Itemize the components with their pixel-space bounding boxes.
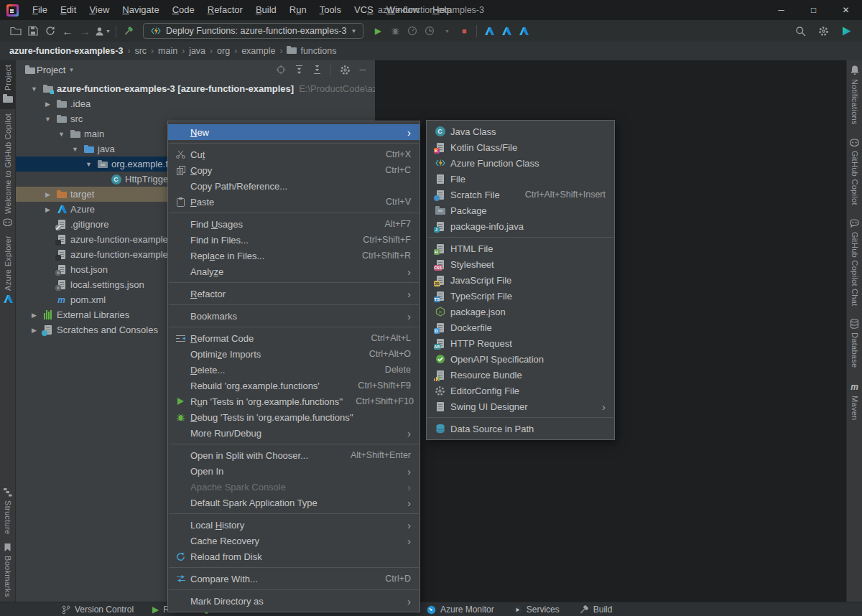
menu-item-html-file[interactable]: HHTML File xyxy=(427,241,614,256)
toolstrip-item-structure[interactable]: Structure xyxy=(0,483,16,538)
menu-item-local-history[interactable]: Local History› xyxy=(168,517,420,533)
toolstrip-item-azure-explorer[interactable]: Azure Explorer xyxy=(0,231,16,308)
save-icon[interactable] xyxy=(24,22,42,39)
menu-item-typescript-file[interactable]: TSTypeScript File xyxy=(427,288,614,304)
tree-row-idea[interactable]: ▶.idea xyxy=(16,96,375,111)
statusbar-item-build[interactable]: Build xyxy=(578,605,613,615)
menu-item-compare-with[interactable]: Compare With...Ctrl+D xyxy=(168,571,420,587)
build-hammer-icon[interactable] xyxy=(120,22,137,39)
stop-icon[interactable]: ■ xyxy=(455,22,473,39)
maximize-icon[interactable]: □ xyxy=(797,0,830,20)
back-icon[interactable]: ← xyxy=(59,22,76,39)
menubar-item-tools[interactable]: Tools xyxy=(313,0,348,20)
azure-edit-icon[interactable] xyxy=(515,22,532,39)
coverage-dim-icon[interactable] xyxy=(421,22,438,39)
menu-item-java-class[interactable]: CJava Class xyxy=(427,123,614,139)
chevron-collapsed-icon[interactable]: ▶ xyxy=(41,206,55,213)
menu-item-find-usages[interactable]: Find UsagesAlt+F7 xyxy=(168,216,420,232)
menu-item-find-in-files[interactable]: Find in Files...Ctrl+Shift+F xyxy=(168,232,420,248)
menubar-item-refactor[interactable]: Refactor xyxy=(201,0,249,20)
menubar-item-file[interactable]: File xyxy=(26,0,54,20)
menu-item-stylesheet[interactable]: CSSStylesheet xyxy=(427,256,614,272)
menu-item-bookmarks[interactable]: Bookmarks› xyxy=(168,308,420,324)
toolstrip-item-github-copilot[interactable]: GitHub Copilot xyxy=(847,134,862,210)
menu-item-package[interactable]: Package xyxy=(427,202,614,218)
collapse-all-icon[interactable] xyxy=(309,62,325,78)
debug-bug-dim-icon[interactable] xyxy=(386,22,404,39)
menu-item-paste[interactable]: PasteCtrl+V xyxy=(168,194,420,210)
azure-deploy-icon[interactable] xyxy=(481,22,498,39)
menu-item-javascript-file[interactable]: JSJavaScript File xyxy=(427,272,614,288)
user-dropdown-icon[interactable]: ▼ xyxy=(93,22,112,39)
menu-item-cache-recovery[interactable]: Cache Recovery› xyxy=(168,533,420,549)
chevron-collapsed-icon[interactable]: ▶ xyxy=(27,312,41,319)
menu-item-more-run-debug[interactable]: More Run/Debug› xyxy=(168,425,420,441)
chevron-expanded-icon[interactable]: ▼ xyxy=(55,131,68,138)
minimize-icon[interactable]: ─ xyxy=(765,0,797,20)
statusbar-item-version-control[interactable]: Version Control xyxy=(62,605,134,615)
menu-item-replace-in-files[interactable]: Replace in Files...Ctrl+Shift+R xyxy=(168,248,420,263)
menu-item-run-tests-in-org-example-functions[interactable]: Run 'Tests in 'org.example.functions''Ct… xyxy=(168,393,420,409)
chevron-collapsed-icon[interactable]: ▶ xyxy=(41,101,55,108)
run-configuration-combo[interactable]: Deploy Functions: azure-function-example… xyxy=(143,23,363,39)
locate-icon[interactable] xyxy=(273,62,289,78)
toolstrip-item-maven[interactable]: mMaven xyxy=(847,377,862,425)
menu-item-dockerfile[interactable]: DDockerfile xyxy=(427,319,614,335)
menu-item-kotlin-class-file[interactable]: KKotlin Class/File xyxy=(427,139,614,155)
run-play-icon[interactable]: ▶ xyxy=(369,22,386,39)
open-folder-icon[interactable] xyxy=(7,22,24,39)
toolstrip-item-database[interactable]: Database xyxy=(847,314,862,373)
menu-item-apache-spark-console[interactable]: Apache Spark Console› xyxy=(168,479,420,495)
chevron-expanded-icon[interactable]: ▼ xyxy=(41,116,55,123)
toolstrip-item-github-copilot-chat[interactable]: GitHub Copilot Chat xyxy=(847,214,862,311)
chevron-expanded-icon[interactable]: ▼ xyxy=(68,146,82,153)
menubar-item-view[interactable]: View xyxy=(83,0,116,20)
menu-item-reload-from-disk[interactable]: Reload from Disk xyxy=(168,549,420,564)
menu-item-swing-ui-designer[interactable]: Swing UI Designer› xyxy=(427,398,614,414)
menu-item-openapi-specification[interactable]: OpenAPI Specification xyxy=(427,351,614,367)
menu-item-reformat-code[interactable]: Reformat CodeCtrl+Alt+L xyxy=(168,330,420,346)
menu-item-debug-tests-in-org-example-functions[interactable]: Debug 'Tests in 'org.example.functions'' xyxy=(168,409,420,425)
toolstrip-item-bookmarks[interactable]: Bookmarks xyxy=(0,538,16,602)
menu-item-analyze[interactable]: Analyze› xyxy=(168,263,420,279)
menu-item-file[interactable]: File xyxy=(427,171,614,187)
menu-item-rebuild-org-example-functions[interactable]: Rebuild 'org.example.functions'Ctrl+Shif… xyxy=(168,378,420,393)
menubar-item-run[interactable]: Run xyxy=(283,0,313,20)
toolstrip-item-welcome-to-github-copilot[interactable]: Welcome to GitHub Copilot xyxy=(0,109,16,231)
menu-item-default-spark-application-type[interactable]: Default Spark Application Type› xyxy=(168,495,420,510)
dropdown-dim-icon[interactable]: ▼ xyxy=(438,22,455,39)
breadcrumb-item-src[interactable]: src xyxy=(134,46,147,56)
chevron-down-icon[interactable]: ▼ xyxy=(68,67,74,73)
chevron-collapsed-icon[interactable]: ▶ xyxy=(27,327,41,334)
sync-icon[interactable] xyxy=(42,22,59,39)
menubar-item-build[interactable]: Build xyxy=(249,0,283,20)
menu-item-scratch-file[interactable]: Scratch FileCtrl+Alt+Shift+Insert xyxy=(427,187,614,202)
search-icon[interactable] xyxy=(792,22,809,39)
forward-icon[interactable]: → xyxy=(76,22,93,39)
menu-item-delete[interactable]: Delete...Delete xyxy=(168,362,420,378)
menubar-item-vcs[interactable]: VCS xyxy=(348,0,380,20)
menu-item-refactor[interactable]: Refactor› xyxy=(168,286,420,302)
menu-item-open-in-split-with-chooser[interactable]: Open in Split with Chooser...Alt+Shift+E… xyxy=(168,447,420,463)
menu-item-copy-path-reference[interactable]: Copy Path/Reference... xyxy=(168,178,420,194)
menu-item-cut[interactable]: CutCtrl+X xyxy=(168,146,420,162)
tree-row-azure-function-examples-3-azure-function-examples[interactable]: ▼azure-function-examples-3 [azure-functi… xyxy=(16,81,375,96)
settings-gear-icon[interactable] xyxy=(815,22,832,39)
expand-all-icon[interactable] xyxy=(291,62,307,78)
close-icon[interactable]: ✕ xyxy=(830,0,862,20)
menubar-item-code[interactable]: Code xyxy=(166,0,201,20)
azure-explorer-tb-icon[interactable] xyxy=(498,22,515,39)
menu-item-package-info-java[interactable]: Jpackage-info.java xyxy=(427,218,614,234)
menubar-item-edit[interactable]: Edit xyxy=(54,0,83,20)
gradient-play-icon[interactable] xyxy=(838,22,855,39)
breadcrumb-item-org[interactable]: org xyxy=(217,46,230,56)
menubar-item-navigate[interactable]: Navigate xyxy=(116,0,165,20)
chevron-collapsed-icon[interactable]: ▶ xyxy=(41,191,55,198)
toolstrip-item-notifications[interactable]: Notifications xyxy=(847,60,862,129)
chevron-expanded-icon[interactable]: ▼ xyxy=(82,161,96,168)
profile-dim-icon[interactable] xyxy=(404,22,421,39)
menu-item-http-request[interactable]: APIHTTP Request xyxy=(427,335,614,351)
breadcrumb-item-example[interactable]: example xyxy=(241,46,275,56)
breadcrumb-item-main[interactable]: main xyxy=(158,46,177,56)
project-panel-title[interactable]: Project xyxy=(37,65,65,75)
